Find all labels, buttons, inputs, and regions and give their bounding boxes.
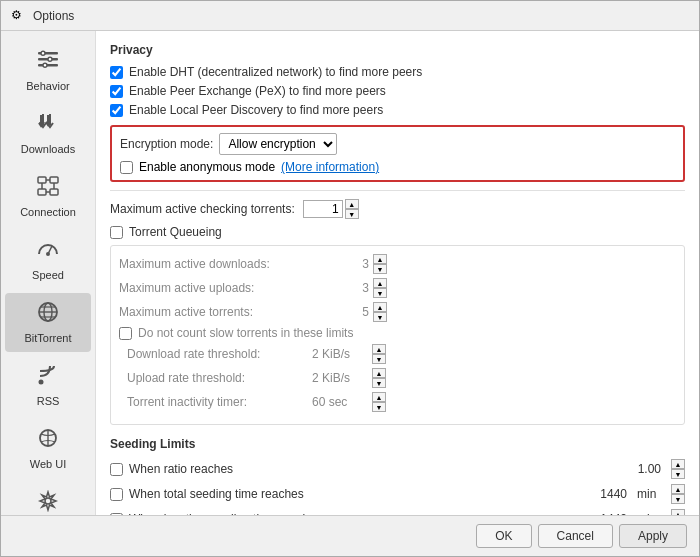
svg-rect-11: [50, 189, 58, 195]
cancel-button[interactable]: Cancel: [538, 524, 613, 548]
max-checking-down[interactable]: ▼: [345, 209, 359, 219]
divider1: [110, 190, 685, 191]
sidebar-item-bittorrent[interactable]: BitTorrent: [5, 293, 91, 352]
sidebar-label-bittorrent: BitTorrent: [24, 332, 71, 344]
more-info-link[interactable]: (More information): [281, 160, 379, 174]
max-uploads-label: Maximum active uploads:: [119, 281, 319, 295]
sidebar-item-downloads[interactable]: Downloads: [5, 104, 91, 163]
seeding-ratio-down[interactable]: ▼: [671, 469, 685, 479]
sidebar-label-speed: Speed: [32, 269, 64, 281]
max-checking-input[interactable]: 1: [303, 200, 343, 218]
inactivity-timer-spinner: ▲ ▼: [372, 392, 386, 412]
max-torrents-row: Maximum active torrents: 5 ▲ ▼: [119, 302, 676, 322]
lpd-checkbox[interactable]: [110, 104, 123, 117]
seeding-ratio-label: When ratio reaches: [129, 462, 595, 476]
encryption-select[interactable]: Allow encryption: [219, 133, 337, 155]
dht-checkbox[interactable]: [110, 66, 123, 79]
upload-threshold-spinner: ▲ ▼: [372, 368, 386, 388]
main-content: Behavior Downloads: [1, 31, 699, 515]
sidebar-item-speed[interactable]: Speed: [5, 230, 91, 289]
max-uploads-spinner: ▲ ▼: [373, 278, 387, 298]
downloads-icon: [36, 112, 60, 140]
seeding-time-unit: min: [637, 487, 665, 501]
seeding-ratio-up[interactable]: ▲: [671, 459, 685, 469]
sidebar-item-webui[interactable]: Web UI: [5, 419, 91, 478]
anon-label: Enable anonymous mode: [139, 160, 275, 174]
max-checking-spinner-btns: ▲ ▼: [345, 199, 359, 219]
max-checking-spinner: 1 ▲ ▼: [303, 199, 359, 219]
seeding-time-checkbox[interactable]: [110, 488, 123, 501]
seeding-time-row: When total seeding time reaches 1440 min…: [110, 484, 685, 504]
max-uploads-up[interactable]: ▲: [373, 278, 387, 288]
sidebar-item-behavior[interactable]: Behavior: [5, 41, 91, 100]
svg-rect-8: [38, 177, 46, 183]
seeding-ratio-spinner: ▲ ▼: [671, 459, 685, 479]
main-panel: Privacy Enable DHT (decentralized networ…: [96, 31, 699, 515]
torrent-queuing-label: Torrent Queueing: [129, 225, 222, 239]
anon-checkbox[interactable]: [120, 161, 133, 174]
apply-button[interactable]: Apply: [619, 524, 687, 548]
dht-checkbox-row: Enable DHT (decentralized network) to fi…: [110, 65, 685, 79]
max-downloads-label: Maximum active downloads:: [119, 257, 319, 271]
do-not-count-row: Do not count slow torrents in these limi…: [119, 326, 676, 340]
download-threshold-down[interactable]: ▼: [372, 354, 386, 364]
max-downloads-down[interactable]: ▼: [373, 264, 387, 274]
seeding-time-down[interactable]: ▼: [671, 494, 685, 504]
sidebar: Behavior Downloads: [1, 31, 96, 515]
download-threshold-label: Download rate threshold:: [127, 347, 312, 361]
pex-checkbox[interactable]: [110, 85, 123, 98]
footer: OK Cancel Apply: [1, 515, 699, 556]
max-uploads-down[interactable]: ▼: [373, 288, 387, 298]
dht-label: Enable DHT (decentralized network) to fi…: [129, 65, 422, 79]
sidebar-label-rss: RSS: [37, 395, 60, 407]
seeding-time-up[interactable]: ▲: [671, 484, 685, 494]
upload-threshold-label: Upload rate threshold:: [127, 371, 312, 385]
max-checking-up[interactable]: ▲: [345, 199, 359, 209]
inactivity-timer-up[interactable]: ▲: [372, 392, 386, 402]
do-not-count-checkbox[interactable]: [119, 327, 132, 340]
titlebar: ⚙ Options: [1, 1, 699, 31]
sidebar-item-advanced[interactable]: Advanced: [5, 482, 91, 515]
svg-rect-9: [50, 177, 58, 183]
max-torrents-label: Maximum active torrents:: [119, 305, 319, 319]
sidebar-item-connection[interactable]: Connection: [5, 167, 91, 226]
svg-rect-10: [38, 189, 46, 195]
upload-threshold-up[interactable]: ▲: [372, 368, 386, 378]
window-icon: ⚙: [11, 8, 27, 24]
seeding-ratio-checkbox[interactable]: [110, 463, 123, 476]
ok-button[interactable]: OK: [476, 524, 531, 548]
svg-point-4: [48, 57, 52, 61]
lpd-checkbox-row: Enable Local Peer Discovery to find more…: [110, 103, 685, 117]
seeding-time-spinner: ▲ ▼: [671, 484, 685, 504]
inactivity-timer-label: Torrent inactivity timer:: [127, 395, 312, 409]
options-window: ⚙ Options Behavior: [0, 0, 700, 557]
torrent-queuing-checkbox[interactable]: [110, 226, 123, 239]
seeding-ratio-value: 1.00: [601, 462, 661, 476]
max-checking-row: Maximum active checking torrents: 1 ▲ ▼: [110, 199, 685, 219]
max-downloads-value: 3: [319, 257, 369, 271]
download-threshold-up[interactable]: ▲: [372, 344, 386, 354]
max-downloads-up[interactable]: ▲: [373, 254, 387, 264]
encryption-mode-row: Encryption mode: Allow encryption: [120, 133, 675, 155]
seeding-section: Seeding Limits When ratio reaches 1.00 ▲…: [110, 437, 685, 515]
do-not-count-label: Do not count slow torrents in these limi…: [138, 326, 353, 340]
svg-point-26: [45, 498, 51, 504]
inactivity-timer-down[interactable]: ▼: [372, 402, 386, 412]
max-downloads-spinner: ▲ ▼: [373, 254, 387, 274]
max-uploads-value: 3: [319, 281, 369, 295]
sidebar-label-downloads: Downloads: [21, 143, 75, 155]
svg-point-3: [41, 51, 45, 55]
max-downloads-row: Maximum active downloads: 3 ▲ ▼: [119, 254, 676, 274]
seeding-time-label: When total seeding time reaches: [129, 487, 561, 501]
pex-checkbox-row: Enable Peer Exchange (PeX) to find more …: [110, 84, 685, 98]
sidebar-item-rss[interactable]: RSS: [5, 356, 91, 415]
max-torrents-down[interactable]: ▼: [373, 312, 387, 322]
anon-mode-row: Enable anonymous mode (More information): [120, 160, 675, 174]
download-threshold-spinner: ▲ ▼: [372, 344, 386, 364]
encryption-mode-label: Encryption mode:: [120, 137, 213, 151]
max-torrents-spinner: ▲ ▼: [373, 302, 387, 322]
sidebar-label-webui: Web UI: [30, 458, 66, 470]
download-threshold-row: Download rate threshold: 2 KiB/s ▲ ▼: [119, 344, 676, 364]
max-torrents-up[interactable]: ▲: [373, 302, 387, 312]
upload-threshold-down[interactable]: ▼: [372, 378, 386, 388]
